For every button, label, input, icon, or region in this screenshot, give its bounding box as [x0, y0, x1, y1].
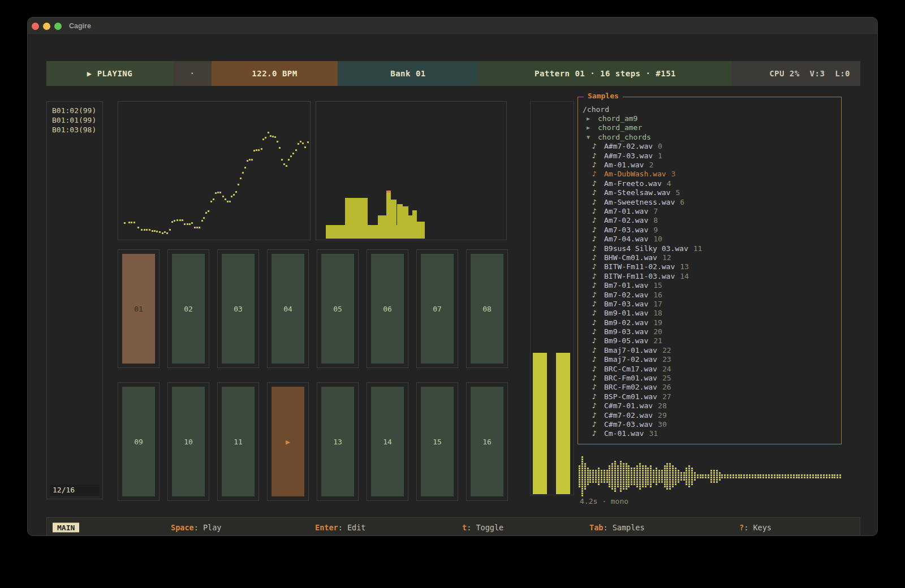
- scatter-dot: [268, 132, 269, 133]
- pad-07[interactable]: 07: [416, 249, 458, 368]
- sample-file-10[interactable]: ♪Am7-04.wav10: [578, 234, 841, 243]
- scatter-dot: [292, 153, 294, 154]
- pad-12[interactable]: ▶: [267, 382, 309, 501]
- music-note-icon: ♪: [578, 226, 604, 234]
- sample-file-21[interactable]: ♪Bm9-05.wav21: [578, 336, 841, 345]
- sample-file-31[interactable]: ♪Cm-01.wav31: [578, 429, 841, 438]
- close-button[interactable]: [32, 23, 39, 30]
- pad-10[interactable]: 10: [167, 382, 209, 501]
- sample-file-17[interactable]: ♪Bm7-03.wav17: [578, 299, 841, 308]
- sample-file-7[interactable]: ♪Am7-01.wav7: [578, 206, 841, 215]
- waveform-column: [777, 474, 778, 478]
- file-index: 5: [670, 188, 680, 197]
- sample-file-28[interactable]: ♪C#m7-01.wav28: [578, 401, 841, 410]
- pad-01[interactable]: 01: [118, 249, 160, 368]
- waveform-column: [702, 474, 704, 478]
- sample-file-15[interactable]: ♪Bm7-01.wav15: [578, 280, 841, 289]
- sample-file-30[interactable]: ♪C#m7-03.wav30: [578, 420, 841, 429]
- shortcut-enter: Enter: Edit: [315, 523, 365, 532]
- scatter-dot: [169, 229, 171, 231]
- sample-file-23[interactable]: ♪Bmaj7-02.wav23: [578, 355, 841, 364]
- app-content: ▶ PLAYING·122.0 BPMBank 01Pattern 01 · 1…: [28, 34, 877, 535]
- scatter-dot: [231, 196, 232, 197]
- sample-file-26[interactable]: ♪BRC-Fm02.wav26: [578, 383, 841, 392]
- sample-file-8[interactable]: ♪Am7-02.wav8: [578, 216, 841, 225]
- sample-file-18[interactable]: ♪Bm9-01.wav18: [578, 309, 841, 318]
- sample-file-13[interactable]: ♪BITW-Fm11-02.wav13: [578, 262, 841, 271]
- sample-file-5[interactable]: ♪Am-Steelsaw.wav5: [578, 188, 841, 197]
- pad-06[interactable]: 06: [367, 249, 408, 368]
- scatter-dot: [283, 163, 285, 165]
- status-segment-bank: Bank 01: [338, 61, 479, 86]
- scatter-dot: [244, 167, 246, 168]
- waveform-column: [639, 463, 641, 490]
- sample-file-19[interactable]: ♪Bm9-02.wav19: [578, 318, 841, 327]
- scatter-dot: [249, 159, 251, 161]
- sample-file-22[interactable]: ♪Bmaj7-01.wav22: [578, 345, 841, 354]
- pad-16[interactable]: 16: [466, 382, 508, 501]
- sample-file-29[interactable]: ♪C#m7-02.wav29: [578, 410, 841, 420]
- samples-panel[interactable]: Samples /chord▶chord_am9▶chord_amer▼chor…: [578, 97, 842, 444]
- sample-file-25[interactable]: ♪BRC-Fm01.wav25: [578, 373, 841, 382]
- file-name: C#m7-03.wav: [604, 420, 653, 429]
- scatter-dot: [265, 137, 266, 139]
- scatter-dot: [182, 219, 183, 221]
- file-index: 30: [653, 420, 667, 429]
- minimize-button[interactable]: [43, 23, 50, 30]
- waveform-column: [581, 456, 583, 496]
- vu-meter-bar-1: [533, 353, 547, 494]
- sample-file-6[interactable]: ♪Am-Sweetness.wav6: [578, 197, 841, 206]
- file-name: Bm7-03.wav: [604, 300, 648, 308]
- pad-14[interactable]: 14: [367, 382, 408, 501]
- file-name: A#m7-02.wav: [604, 142, 653, 150]
- sample-file-3[interactable]: ♪Am-DubWash.wav3: [578, 170, 841, 179]
- pad-03[interactable]: 03: [217, 249, 259, 368]
- waveform-column: [787, 474, 789, 478]
- pad-02[interactable]: 02: [167, 249, 209, 368]
- scatter-dot: [304, 146, 306, 148]
- waveform-column: [606, 470, 608, 483]
- music-note-icon: ♪: [578, 365, 604, 373]
- sample-dir-chord_amer[interactable]: ▶chord_amer: [578, 123, 841, 132]
- sample-file-20[interactable]: ♪Bm9-03.wav20: [578, 327, 841, 336]
- status-segment-label: 122.0 BPM: [252, 69, 297, 78]
- waveform-column: [708, 474, 709, 478]
- sample-file-2[interactable]: ♪Am-01.wav2: [578, 160, 841, 169]
- sample-file-9[interactable]: ♪Am7-03.wav9: [578, 225, 841, 234]
- sample-file-27[interactable]: ♪BSP-Cm01.wav27: [578, 392, 841, 401]
- music-note-icon: ♪: [578, 161, 604, 169]
- sample-dir-chord_chords[interactable]: ▼chord_chords: [578, 132, 841, 141]
- pad-05[interactable]: 05: [317, 249, 359, 368]
- file-name: Am-Steelsaw.wav: [604, 188, 670, 197]
- waveform-column: [653, 470, 654, 483]
- sample-file-0[interactable]: ♪A#m7-02.wav0: [578, 142, 841, 151]
- scatter-dot: [191, 222, 193, 224]
- histogram-peak-cap: [386, 191, 391, 193]
- file-name: Am7-02.wav: [604, 216, 648, 224]
- scatter-dot: [272, 136, 274, 137]
- sample-file-12[interactable]: ♪BHW-Cm01.wav12: [578, 253, 841, 262]
- sample-file-24[interactable]: ♪BRC-Cm17.wav24: [578, 364, 841, 373]
- sample-dir-chord_am9[interactable]: ▶chord_am9: [578, 114, 841, 123]
- pad-08[interactable]: 08: [466, 249, 508, 368]
- sample-file-16[interactable]: ♪Bm7-02.wav16: [578, 290, 841, 299]
- music-note-icon: ♪: [578, 235, 604, 243]
- waveform-column: [807, 474, 808, 478]
- scatter-dot: [171, 221, 173, 223]
- pad-09[interactable]: 09: [118, 382, 160, 501]
- waveform-column: [705, 474, 706, 478]
- zoom-button[interactable]: [54, 23, 62, 30]
- pad-13[interactable]: 13: [317, 382, 359, 501]
- waveform-column: [782, 474, 783, 478]
- waveform-column: [719, 472, 721, 481]
- sample-file-11[interactable]: ♪B9sus4 Silky 03.wav11: [578, 244, 841, 253]
- pad-15[interactable]: 15: [416, 382, 458, 501]
- sample-file-4[interactable]: ♪Am-Freeto.wav4: [578, 179, 841, 188]
- histogram-chart-panel: [316, 101, 507, 240]
- pad-04[interactable]: 04: [267, 249, 309, 368]
- waveform-column: [601, 470, 602, 483]
- pad-11[interactable]: 11: [217, 382, 259, 501]
- status-segment-metronome: ·: [173, 61, 212, 86]
- sample-file-14[interactable]: ♪BITW-Fm11-03.wav14: [578, 271, 841, 280]
- sample-file-1[interactable]: ♪A#m7-03.wav1: [578, 151, 841, 160]
